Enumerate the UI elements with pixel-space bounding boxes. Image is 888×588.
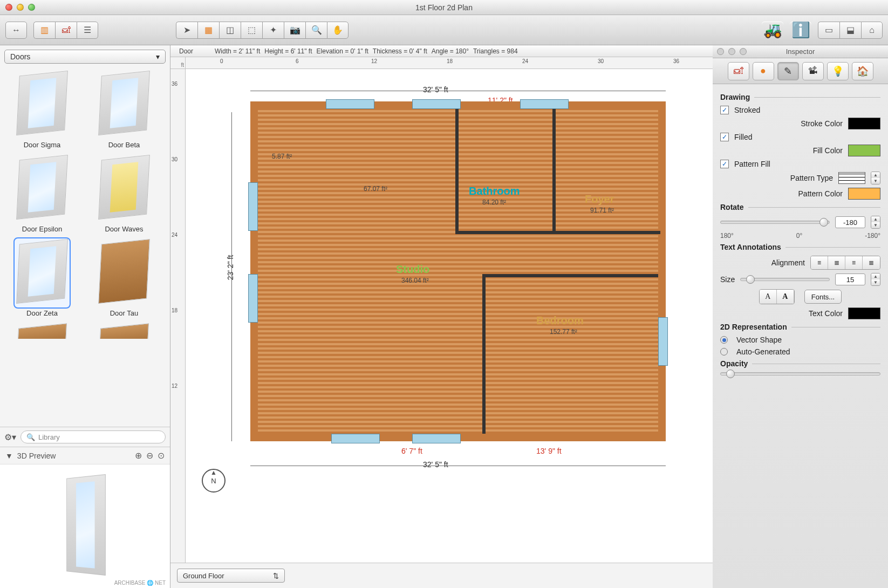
tab-furniture[interactable]: 🛋 — [728, 62, 749, 80]
warehouse-icon[interactable]: 🚜 — [762, 22, 783, 39]
disclosure-icon[interactable]: ▼ — [5, 452, 13, 460]
pattern-stepper[interactable]: ▲▼ — [871, 172, 880, 184]
view-split-button[interactable]: ⬓ — [839, 22, 861, 39]
room-tool[interactable]: ◫ — [219, 22, 241, 39]
text-color-swatch[interactable] — [848, 307, 880, 319]
library-item[interactable]: Door Tau — [86, 238, 162, 317]
close-window-button[interactable] — [5, 4, 12, 11]
floor-selector[interactable]: Ground Floor ⇅ — [177, 569, 285, 583]
filled-label: Filled — [734, 133, 752, 141]
room-label: Bedroom — [536, 314, 584, 327]
door-thumb-icon — [98, 71, 150, 135]
gear-icon[interactable]: ⚙▾ — [4, 432, 16, 442]
library-item[interactable]: Door Sigma — [4, 70, 80, 149]
vector-shape-radio[interactable] — [720, 336, 728, 344]
room-area: 346.04 ft² — [401, 277, 429, 284]
zoom-in-icon[interactable]: ⊕ — [135, 450, 142, 461]
fonts-button[interactable]: Fonts... — [804, 290, 842, 304]
zoom-fit-icon[interactable]: ⊙ — [158, 450, 165, 461]
info-icon[interactable]: ℹ️ — [790, 22, 811, 39]
text-regular-button[interactable]: A — [760, 290, 777, 304]
alignment-group: ≡ ≣ ≡ ≣ — [810, 256, 880, 270]
vertical-ruler[interactable]: 36 30 24 18 12 — [170, 69, 186, 563]
text-size-field[interactable]: 15 — [835, 274, 865, 285]
library-doors-button[interactable]: ▥ — [33, 22, 55, 39]
niche-tool[interactable]: ⬚ — [241, 22, 262, 39]
text-size-stepper[interactable]: ▲▼ — [871, 273, 880, 286]
window-icon — [248, 274, 258, 323]
stroked-checkbox[interactable] — [720, 106, 729, 114]
stroke-color-swatch[interactable] — [848, 118, 880, 129]
auto-generated-radio[interactable] — [720, 348, 728, 355]
floor-label: Ground Floor — [183, 572, 224, 580]
ruler-unit: ft — [170, 57, 186, 69]
pan-tool[interactable]: ✋ — [327, 22, 349, 39]
tool-group: ➤ ▦ ◫ ⬚ ✦ 📷 🔍 ✋ — [176, 22, 349, 39]
zoom-out-icon[interactable]: ⊖ — [146, 450, 153, 461]
library-item[interactable]: Door Beta — [86, 70, 162, 149]
expand-sidebar-button[interactable]: ↔ — [5, 22, 27, 39]
pattern-fill-checkbox[interactable] — [720, 160, 729, 168]
align-right-button[interactable]: ≡ — [845, 256, 863, 269]
rotate-stepper[interactable]: ▲▼ — [871, 216, 880, 229]
opacity-slider[interactable] — [720, 372, 880, 375]
inner-wall — [552, 109, 556, 233]
pattern-type-swatch[interactable] — [838, 172, 865, 184]
pattern-color-swatch[interactable] — [848, 188, 880, 200]
dimension-label: 6' 7" ft — [401, 447, 422, 455]
camera-tool[interactable]: 📷 — [284, 22, 305, 39]
door-thumb-icon — [16, 155, 68, 220]
library-footer: ⚙▾ 🔍 Library — [0, 427, 170, 447]
library-item[interactable]: Door Waves — [86, 154, 162, 233]
library-search[interactable]: 🔍 Library — [21, 430, 166, 443]
room-area: 5.87 ft² — [272, 153, 292, 160]
status-elevation: Elevation = 0' 1" ft — [317, 47, 368, 55]
inspector-body: Drawing Stroked Stroke Color Filled Fill… — [713, 84, 888, 588]
rotate-slider[interactable] — [720, 221, 830, 224]
library-item[interactable] — [4, 323, 80, 339]
tab-building[interactable]: 🏠 — [852, 62, 873, 80]
library-furniture-button[interactable]: 🛋 — [55, 22, 77, 39]
library-item[interactable]: Door Epsilon — [4, 154, 80, 233]
category-label: Doors — [10, 52, 30, 61]
library-item[interactable] — [86, 323, 162, 339]
status-object: Door — [179, 47, 210, 55]
view-2d-button[interactable]: ▭ — [818, 22, 839, 39]
status-thickness: Thickness = 0' 4" ft — [373, 47, 427, 55]
stroked-label: Stroked — [734, 106, 760, 114]
view-3d-button[interactable]: ⌂ — [861, 22, 883, 39]
text-bold-button[interactable]: A — [777, 290, 794, 304]
fill-color-label: Fill Color — [720, 146, 843, 155]
library-item-label: Door Waves — [86, 225, 162, 233]
minimize-window-button[interactable] — [17, 4, 24, 11]
library-sidebar: Doors ▾ Door Sigma Door Beta Door Epsilo… — [0, 45, 170, 588]
zoom-out-tool[interactable]: 🔍 — [305, 22, 327, 39]
wall-tool[interactable]: ▦ — [197, 22, 219, 39]
library-item[interactable]: Door Zeta — [4, 238, 80, 317]
tab-material[interactable]: ● — [753, 62, 774, 80]
settings-tool[interactable]: ✦ — [262, 22, 284, 39]
tab-camera[interactable]: 📽 — [802, 62, 824, 80]
rotate-field[interactable]: -180 — [835, 216, 865, 228]
align-justify-button[interactable]: ≣ — [863, 256, 880, 269]
preview-3d[interactable]: ARCHIBASE 🌐 NET — [0, 464, 170, 588]
align-center-button[interactable]: ≣ — [828, 256, 845, 269]
inner-wall — [455, 231, 660, 234]
text-size-slider[interactable] — [740, 278, 830, 281]
align-left-button[interactable]: ≡ — [811, 256, 828, 269]
window-icon — [658, 317, 668, 366]
library-list-button[interactable]: ☰ — [77, 22, 98, 39]
floor-plan-canvas[interactable]: 32' 5" ft 11' 2" ft 23' 2" ft 6' 7" ft 1… — [186, 69, 713, 563]
library-item-label: Door Sigma — [4, 141, 80, 149]
horizontal-ruler[interactable]: 0 6 12 18 24 30 36 — [186, 57, 713, 69]
category-dropdown[interactable]: Doors ▾ — [4, 50, 166, 64]
zoom-window-button[interactable] — [28, 4, 35, 11]
window-titlebar: 1st Floor 2d Plan — [0, 0, 888, 15]
tab-light[interactable]: 💡 — [827, 62, 849, 80]
filled-checkbox[interactable] — [720, 133, 729, 141]
library-item-label: Door Beta — [86, 141, 162, 149]
pointer-tool[interactable]: ➤ — [176, 22, 197, 39]
tab-drawing[interactable]: ✎ — [777, 62, 799, 80]
fill-color-swatch[interactable] — [848, 145, 880, 156]
dimension-line — [231, 112, 232, 441]
